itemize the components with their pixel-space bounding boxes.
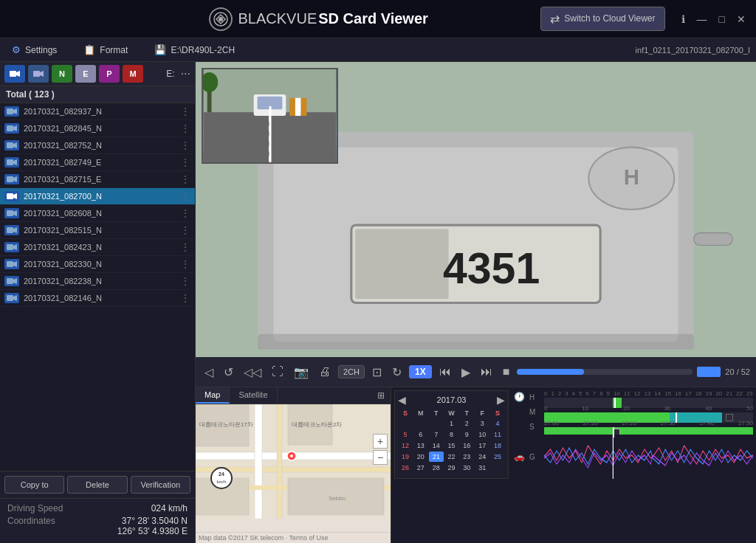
file-options-icon[interactable]: ⋮ [180,139,190,151]
cal-day[interactable]: 19 [398,452,413,462]
file-item[interactable]: 20170321_082700_N ⋮ [0,188,195,205]
print-button[interactable]: 🖨 [316,364,334,380]
file-item[interactable]: 20170321_082845_N ⋮ [0,120,195,137]
cal-day[interactable]: 4 [490,418,505,429]
cal-day[interactable]: 7 [429,429,444,440]
win-info-button[interactable]: ℹ [678,12,688,27]
prev-frame-button[interactable]: ◁◁ [241,364,264,381]
win-minimize-button[interactable]: — [694,12,710,27]
file-item[interactable]: 20170321_082715_E ⋮ [0,171,195,188]
filter-n-button[interactable]: N [52,65,72,83]
cal-day[interactable]: 25 [490,452,505,462]
cal-day[interactable]: 21 [429,452,444,462]
cal-day[interactable]: 20 [413,452,428,462]
filter-cam2-button[interactable] [28,65,49,83]
satellite-tab[interactable]: Satellite [230,387,277,404]
map-tab[interactable]: Map [196,387,230,404]
cal-day[interactable]: 12 [398,440,413,451]
cal-day[interactable]: 18 [490,440,505,451]
cal-day[interactable]: 6 [413,429,428,440]
nav-back-button[interactable]: ◁ [202,364,216,381]
cal-day[interactable]: 17 [475,440,489,451]
cal-day[interactable]: 14 [429,440,444,451]
rewind-button[interactable]: ⏮ [436,364,454,380]
cal-day[interactable]: 5 [398,429,413,440]
cal-day[interactable]: 8 [444,429,459,440]
file-list[interactable]: 20170321_082937_N ⋮ 20170321_082845_N ⋮ … [0,103,195,471]
progress-bar[interactable] [517,369,693,375]
file-item[interactable]: 20170321_082749_E ⋮ [0,154,195,171]
cal-day[interactable]: 1 [444,418,459,429]
map-options-button[interactable]: ⊞ [371,387,391,404]
stop-button[interactable]: ■ [500,364,513,380]
file-item[interactable]: 20170321_082423_N ⋮ [0,239,195,256]
filter-m-button[interactable]: M [123,65,143,83]
file-options-icon[interactable]: ⋮ [180,275,190,287]
file-options-icon[interactable]: ⋮ [180,106,190,117]
file-item[interactable]: 20170321_082515_N ⋮ [0,222,195,239]
rotate-button[interactable]: ↺ [221,364,236,381]
cal-day[interactable]: 3 [475,418,489,429]
second-bar[interactable]: 27:0027:1027:2027:3027:4027:50 [544,420,753,433]
filter-e-button[interactable]: E [75,65,96,83]
file-item[interactable]: 20170321_082937_N ⋮ [0,103,195,120]
copy-to-button[interactable]: Copy to [4,476,64,494]
cal-day[interactable]: 22 [444,452,459,462]
cal-day[interactable]: 11 [490,429,505,440]
minute-bar[interactable]: 01020304050 [544,405,753,418]
file-options-icon[interactable]: ⋮ [180,207,190,219]
loop-button[interactable]: ↻ [389,364,405,381]
file-options-icon[interactable]: ⋮ [180,156,190,168]
zoom-in-button[interactable]: + [373,434,388,449]
cal-day[interactable]: 27 [413,463,428,473]
format-menu-item[interactable]: 📋 Format [78,41,134,58]
verification-button[interactable]: Verification [131,476,190,494]
fast-forward-button[interactable]: ⏭ [478,364,495,380]
file-options-icon[interactable]: ⋮ [180,292,190,304]
file-options-icon[interactable]: ⋮ [180,190,190,202]
cal-next-button[interactable]: ▶ [497,394,505,406]
delete-button[interactable]: Delete [67,476,127,494]
file-options-icon[interactable]: ⋮ [180,122,190,134]
cal-day[interactable]: 30 [459,463,474,473]
zoom-out-button[interactable]: − [373,450,388,465]
cal-day[interactable]: 10 [475,429,489,440]
hour-tick: 22 [736,390,743,397]
play-button[interactable]: ▶ [458,364,473,381]
cal-day[interactable]: 13 [413,440,428,451]
file-options-icon[interactable]: ⋮ [180,241,190,253]
drive-menu-item[interactable]: 💾 E:\DR490L-2CH [148,41,241,58]
file-item[interactable]: 20170321_082238_N ⋮ [0,273,195,290]
settings-menu-item[interactable]: ⚙ Settings [6,41,63,58]
file-item[interactable]: 20170321_082752_N ⋮ [0,137,195,154]
win-close-button[interactable]: ✕ [734,12,749,27]
channel-selector[interactable]: 2CH [338,365,365,378]
cal-day[interactable]: 9 [459,429,474,440]
cloud-viewer-button[interactable]: ⇄ Switch to Cloud Viewer [540,7,664,31]
filter-p-button[interactable]: P [99,65,120,83]
snapshot-button[interactable]: 📷 [291,364,312,381]
file-options-icon[interactable]: ⋮ [180,224,190,236]
cal-day[interactable]: 28 [429,463,444,473]
cal-day[interactable]: 29 [444,463,459,473]
fullscreen-button[interactable]: ⛶ [269,364,286,380]
cal-day[interactable]: 24 [475,452,489,462]
more-button[interactable]: ··· [181,67,190,80]
cal-day[interactable]: 2 [459,418,474,429]
file-options-icon[interactable]: ⋮ [180,258,190,270]
cal-day[interactable]: 26 [398,463,413,473]
file-item[interactable]: 20170321_082330_N ⋮ [0,256,195,273]
cal-day[interactable]: 23 [459,452,474,462]
file-item[interactable]: 20170321_082608_N ⋮ [0,205,195,222]
hour-bar[interactable]: 01234567891011121314151617181920212223 [544,390,753,404]
cal-day[interactable]: 16 [459,440,474,451]
file-options-icon[interactable]: ⋮ [180,173,190,185]
cal-day[interactable]: 31 [475,463,489,473]
cal-day[interactable]: 15 [444,440,459,451]
cal-prev-button[interactable]: ◀ [398,394,406,406]
file-item[interactable]: 20170321_082146_N ⋮ [0,290,195,307]
svg-text:H: H [624,165,639,189]
split-button[interactable]: ⊡ [369,364,385,381]
filter-cam1-button[interactable] [4,65,25,83]
win-maximize-button[interactable]: □ [716,12,728,27]
